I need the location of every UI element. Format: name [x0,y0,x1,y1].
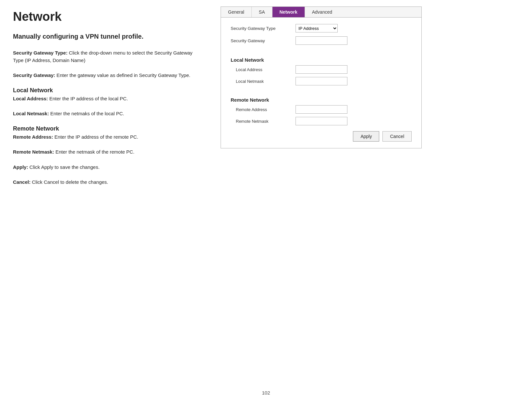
security-gateway-type-bold: Security Gateway Type: [13,50,67,56]
cancel-text: Click Cancel to delete the changes. [32,179,108,185]
remote-netmask-text: Enter the netmask of the remote PC. [55,149,134,155]
ui-panel: General SA Network Advanced Security Gat… [221,6,422,148]
security-gateway-type-row: Security Gateway Type IP Address Domain … [231,24,412,32]
remote-netmask-label: Remote Netmask [236,119,296,124]
local-address-bold: Local Address: [13,96,48,101]
local-netmask-input[interactable] [296,77,347,85]
ui-form-content: Security Gateway Type IP Address Domain … [221,18,421,148]
page-title: Network [13,10,195,24]
cancel-button[interactable]: Cancel [382,131,412,142]
local-netmask-bold: Local Netmask: [13,111,49,116]
security-gateway-description: Security Gateway: Enter the gateway valu… [13,72,195,79]
remote-address-label: Remote Address [236,107,296,112]
local-netmask-text: Enter the netmaks of the local PC. [50,111,124,116]
local-network-section-label: Local Network [231,57,412,63]
tab-advanced[interactable]: Advanced [305,7,339,17]
local-netmask-description: Local Netmask: Enter the netmaks of the … [13,110,195,118]
security-gateway-label: Security Gateway [231,38,296,43]
apply-button[interactable]: Apply [353,131,379,142]
security-gateway-row: Security Gateway [231,36,412,45]
cancel-bold: Cancel: [13,179,30,185]
local-netmask-label: Local Netmask [236,79,296,84]
tab-bar: General SA Network Advanced [221,7,421,18]
page-subtitle: Manually configuring a VPN tunnel profil… [13,33,195,40]
remote-address-bold: Remote Address: [13,134,53,140]
remote-network-section-label: Remote Network [231,97,412,103]
local-address-text: Enter the IP address of the local PC. [49,96,128,101]
local-netmask-row: Local Netmask [231,77,412,85]
cancel-description: Cancel: Click Cancel to delete the chang… [13,179,195,186]
remote-netmask-bold: Remote Netmask: [13,149,54,155]
local-address-row: Local Address [231,65,412,74]
local-address-label: Local Address [236,67,296,72]
security-gateway-input[interactable] [296,36,347,45]
apply-text: Click Apply to save the changes. [30,164,100,170]
security-gateway-bold: Security Gateway: [13,72,55,78]
security-gateway-type-select-wrap: IP Address Domain Name [296,24,338,32]
tab-network[interactable]: Network [272,7,305,17]
apply-description: Apply: Click Apply to save the changes. [13,164,195,171]
security-gateway-type-label: Security Gateway Type [231,26,296,31]
tab-general[interactable]: General [221,7,252,17]
remote-address-text: Enter the IP address of the remote PC. [54,134,138,140]
remote-address-input[interactable] [296,105,347,114]
button-row: Apply Cancel [231,131,412,142]
remote-netmask-description: Remote Netmask: Enter the netmask of the… [13,148,195,156]
security-gateway-type-select[interactable]: IP Address Domain Name [296,24,338,32]
local-address-description: Local Address: Enter the IP address of t… [13,95,195,103]
tab-sa[interactable]: SA [252,7,272,17]
apply-bold: Apply: [13,164,28,170]
remote-netmask-row: Remote Netmask [231,117,412,125]
local-network-heading: Local Network [13,87,195,94]
security-gateway-text: Enter the gateway value as defined in Se… [56,72,190,78]
remote-netmask-input[interactable] [296,117,347,125]
remote-address-description: Remote Address: Enter the IP address of … [13,133,195,141]
security-gateway-type-description: Security Gateway Type: Click the drop-do… [13,49,195,64]
remote-address-row: Remote Address [231,105,412,114]
page-number: 102 [262,390,270,396]
remote-network-heading: Remote Network [13,125,195,132]
local-address-input[interactable] [296,65,347,74]
